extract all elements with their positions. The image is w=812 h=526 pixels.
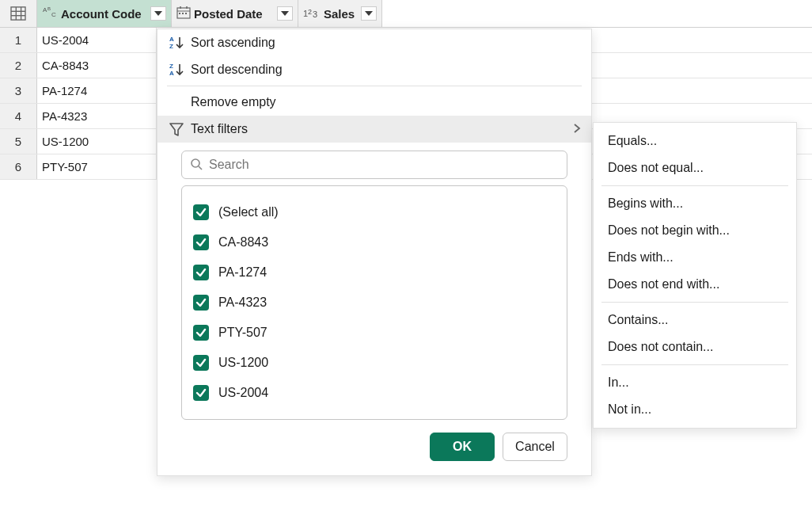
menu-item-sort-ascending[interactable]: AZ Sort ascending [157,29,591,56]
filter-value-label: (Select all) [218,205,279,219]
submenu-item[interactable]: Not in... [594,396,796,423]
menu-item-label: Sort ascending [191,36,582,50]
chevron-down-icon [154,11,162,16]
filter-value-row[interactable]: US-2004 [193,378,556,408]
menu-item-label: Remove empty [191,95,582,109]
cancel-button[interactable]: Cancel [503,433,567,461]
column-label: Posted Date [194,7,274,21]
row-number-cell[interactable]: 6 [0,154,37,179]
svg-text:2: 2 [308,8,312,16]
svg-text:Z: Z [169,63,173,70]
checkbox-checked[interactable] [193,355,209,371]
row-number-cell[interactable]: 1 [0,28,37,52]
filter-value-label: PTY-507 [218,326,268,340]
column-header-posted-date[interactable]: Posted Date [172,0,298,27]
row-number-cell[interactable]: 5 [0,129,37,154]
column-header-sales[interactable]: 123 Sales [298,0,382,27]
svg-text:B: B [47,6,51,11]
submenu-item[interactable]: In... [594,369,796,396]
chevron-right-icon [572,123,582,136]
submenu-item[interactable]: Does not equal... [594,154,796,181]
menu-separator [601,185,788,186]
button-label: Cancel [515,440,555,454]
column-filter-dropdown-button[interactable] [361,6,377,21]
filter-buttons: OK Cancel [157,420,591,461]
menu-item-sort-descending[interactable]: ZA Sort descending [157,56,591,83]
button-label: OK [453,440,472,454]
submenu-item[interactable]: Begins with... [594,190,796,217]
row-number-cell[interactable]: 3 [0,78,37,103]
svg-text:Z: Z [169,43,173,50]
search-icon [190,158,203,173]
filter-value-row[interactable]: CA-8843 [193,227,556,257]
sort-ascending-icon: AZ [167,35,186,51]
filter-values-list: (Select all)CA-8843PA-1274PA-4323PTY-507… [181,185,567,420]
checkbox-checked[interactable] [193,325,209,341]
menu-separator [601,302,788,303]
cell-account-code[interactable]: PA-4323 [37,104,157,128]
filter-value-row[interactable]: (Select all) [193,197,556,227]
checkbox-checked[interactable] [193,265,209,280]
cell-account-code[interactable]: PTY-507 [37,154,157,179]
filter-value-row[interactable]: PA-1274 [193,257,556,288]
table-header: ABC Account Code Posted Date 123 Sales [0,0,812,28]
menu-item-remove-empty[interactable]: Remove empty [157,89,591,116]
row-number-cell[interactable]: 2 [0,53,37,78]
menu-separator [601,364,788,365]
filter-icon [167,121,186,137]
svg-marker-24 [170,124,183,135]
svg-line-26 [199,166,202,170]
filter-value-label: CA-8843 [218,235,268,250]
filter-value-row[interactable]: US-1200 [193,348,556,378]
ok-button[interactable]: OK [430,433,495,461]
table-corner-cell[interactable] [0,0,37,27]
checkbox-checked[interactable] [193,234,209,250]
svg-rect-12 [179,13,180,14]
checkbox-checked[interactable] [193,385,209,401]
submenu-item[interactable]: Contains... [594,307,796,334]
menu-item-text-filters[interactable]: Text filters [157,116,591,143]
chevron-down-icon [365,11,373,16]
svg-text:3: 3 [313,10,317,19]
svg-rect-0 [11,7,25,20]
filter-value-label: PA-1274 [218,265,267,280]
submenu-item[interactable]: Ends with... [594,244,796,271]
sort-descending-icon: ZA [167,62,186,78]
filter-value-row[interactable]: PTY-507 [193,318,556,348]
svg-text:A: A [169,70,174,77]
submenu-item[interactable]: Does not end with... [594,271,796,298]
date-type-icon [176,6,191,21]
filter-value-label: US-1200 [218,356,268,370]
svg-point-25 [192,159,199,167]
svg-rect-13 [182,13,184,14]
filter-value-label: PA-4323 [218,295,267,310]
menu-item-label: Text filters [191,122,572,136]
submenu-item[interactable]: Equals... [594,128,796,154]
column-header-account-code[interactable]: ABC Account Code [37,0,172,27]
cell-account-code[interactable]: US-1200 [37,129,157,154]
filter-value-label: US-2004 [218,386,268,400]
column-filter-dropdown-button[interactable] [150,6,166,21]
number-type-icon: 123 [303,6,321,21]
column-filter-dropdown-button[interactable] [277,6,293,21]
svg-rect-14 [185,13,187,14]
text-filters-submenu: Equals...Does not equal...Begins with...… [593,122,797,429]
cell-account-code[interactable]: US-2004 [37,28,157,52]
filter-dropdown-panel: AZ Sort ascending ZA Sort descending Rem… [157,29,592,476]
cell-account-code[interactable]: PA-1274 [37,78,157,103]
checkbox-checked[interactable] [193,204,209,220]
submenu-item[interactable]: Does not contain... [594,334,796,360]
chevron-down-icon [281,11,289,16]
svg-text:C: C [51,11,56,18]
filter-search-box[interactable] [181,151,567,179]
column-label: Sales [324,7,358,21]
column-label: Account Code [61,7,147,21]
filter-value-row[interactable]: PA-4323 [193,288,556,318]
filter-search-input[interactable] [209,158,559,172]
menu-item-label: Sort descending [191,63,582,77]
submenu-item[interactable]: Does not begin with... [594,217,796,244]
checkbox-checked[interactable] [193,295,209,311]
svg-text:A: A [169,36,174,43]
row-number-cell[interactable]: 4 [0,104,37,128]
cell-account-code[interactable]: CA-8843 [37,53,157,78]
